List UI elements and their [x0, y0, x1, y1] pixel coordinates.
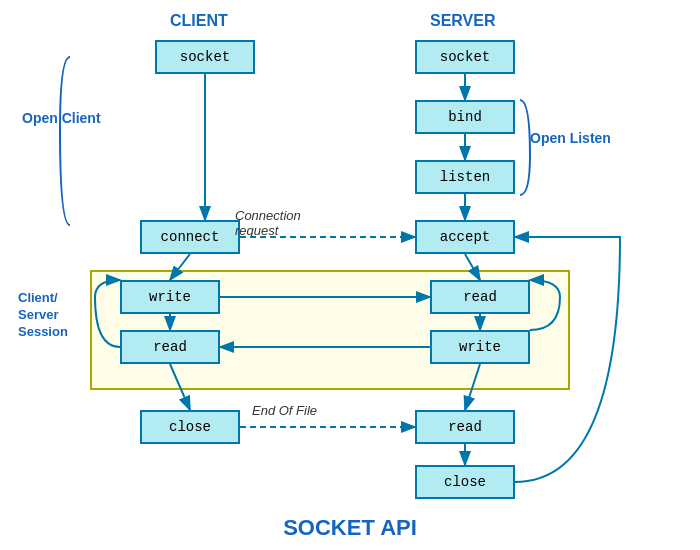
- end-of-file-label: End Of File: [252, 403, 317, 418]
- client-write-box: write: [120, 280, 220, 314]
- connection-request-label: Connectionrequest: [235, 208, 301, 238]
- client-close-box: close: [140, 410, 240, 444]
- open-client-label: Open Client: [22, 110, 101, 126]
- client-socket-box: socket: [155, 40, 255, 74]
- server-read-box: read: [430, 280, 530, 314]
- server-write-box: write: [430, 330, 530, 364]
- server-header: SERVER: [430, 12, 496, 30]
- client-read-box: read: [120, 330, 220, 364]
- accept-box: accept: [415, 220, 515, 254]
- connect-box: connect: [140, 220, 240, 254]
- client-header: CLIENT: [170, 12, 228, 30]
- server-socket-box: socket: [415, 40, 515, 74]
- bind-box: bind: [415, 100, 515, 134]
- listen-box: listen: [415, 160, 515, 194]
- title: SOCKET API: [200, 515, 500, 541]
- session-label: Client/ServerSession: [18, 290, 68, 341]
- server-close-box: close: [415, 465, 515, 499]
- diagram-container: CLIENT SERVER socket socket bind listen …: [0, 0, 700, 550]
- open-listen-label: Open Listen: [530, 130, 611, 146]
- server-read2-box: read: [415, 410, 515, 444]
